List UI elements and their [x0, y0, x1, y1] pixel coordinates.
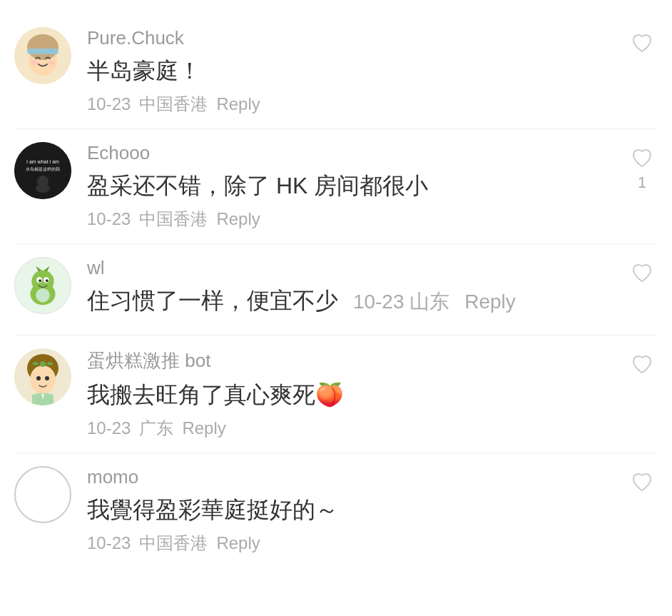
comment-item: I am what I am 水岛都是这样的我 Echooo 盈采还不错，除了 … — [0, 129, 672, 243]
svg-point-16 — [39, 279, 41, 282]
reply-button[interactable]: Reply — [182, 418, 225, 438]
comment-date: 10-23 — [87, 418, 131, 438]
comment-date: 10-23 — [87, 209, 131, 229]
svg-point-20 — [36, 288, 50, 302]
comment-location: 中国香港 — [139, 93, 208, 116]
avatar — [14, 27, 71, 84]
svg-point-2 — [27, 34, 58, 60]
comment-username: Pure.Chuck — [87, 27, 655, 49]
like-button[interactable] — [629, 260, 655, 286]
comment-content: wl 住习惯了一样，便宜不少 10-23 山东 Reply — [87, 257, 655, 323]
heart-icon — [629, 469, 655, 495]
comment-text: 我覺得盈彩華庭挺好的～ — [87, 494, 655, 526]
comment-date: 10-23 — [87, 94, 131, 114]
svg-text:水岛都是这样的我: 水岛都是这样的我 — [26, 166, 60, 171]
like-button[interactable]: 1 — [629, 145, 655, 192]
avatar — [14, 466, 71, 523]
like-button[interactable] — [629, 30, 655, 56]
comment-username: Echooo — [87, 142, 655, 164]
comment-meta: 10-23 中国香港 Reply — [87, 93, 655, 116]
svg-point-10 — [36, 184, 50, 193]
comment-text: 我搬去旺角了真心爽死🍑 — [87, 379, 655, 411]
comment-item: wl 住习惯了一样，便宜不少 10-23 山东 Reply — [0, 244, 672, 335]
comment-location: 中国香港 — [139, 532, 208, 555]
comment-location: 广东 — [139, 417, 173, 440]
svg-point-4 — [31, 61, 38, 65]
svg-rect-3 — [27, 49, 58, 54]
comment-text: 盈采还不错，除了 HK 房间都很小 — [87, 170, 655, 202]
like-button[interactable] — [629, 469, 655, 495]
avatar: I am what I am 水岛都是这样的我 — [14, 142, 71, 199]
like-button[interactable] — [629, 351, 655, 377]
svg-point-23 — [30, 365, 56, 394]
comment-username: wl — [87, 257, 655, 279]
comment-content: 蛋烘糕激推 bot 我搬去旺角了真心爽死🍑 10-23 广东 Reply — [87, 348, 655, 440]
svg-point-26 — [45, 376, 49, 380]
comment-item: Pure.Chuck 半岛豪庭！ 10-23 中国香港 Reply — [0, 14, 672, 128]
comment-content: Echooo 盈采还不错，除了 HK 房间都很小 10-23 中国香港 Repl… — [87, 142, 655, 231]
svg-point-5 — [48, 61, 55, 65]
comment-location: 中国香港 — [139, 208, 208, 231]
comment-text: 半岛豪庭！ — [87, 55, 655, 87]
reply-button-inline[interactable]: Reply — [464, 291, 516, 313]
comments-list: Pure.Chuck 半岛豪庭！ 10-23 中国香港 Reply I am w… — [0, 0, 672, 582]
like-count: 1 — [638, 173, 646, 192]
comment-meta: 10-23 中国香港 Reply — [87, 208, 655, 231]
heart-icon — [629, 260, 655, 286]
reply-button[interactable]: Reply — [216, 94, 260, 114]
svg-point-25 — [36, 376, 41, 380]
comment-content: Pure.Chuck 半岛豪庭！ 10-23 中国香港 Reply — [87, 27, 655, 116]
comment-inline-meta: 10-23 山东 — [353, 291, 449, 313]
comment-date: 10-23 — [87, 533, 131, 553]
comment-text: 住习惯了一样，便宜不少 10-23 山东 Reply — [87, 285, 655, 317]
comment-username: momo — [87, 466, 655, 488]
svg-text:I am what I am: I am what I am — [26, 159, 59, 164]
reply-button[interactable]: Reply — [216, 533, 260, 553]
heart-icon — [629, 145, 655, 171]
svg-point-24 — [40, 361, 46, 367]
comment-item: 蛋烘糕激推 bot 我搬去旺角了真心爽死🍑 10-23 广东 Reply — [0, 335, 672, 453]
avatar — [14, 257, 71, 314]
heart-icon — [629, 30, 655, 56]
comment-meta: 10-23 中国香港 Reply — [87, 532, 655, 555]
avatar — [14, 348, 71, 405]
svg-point-17 — [46, 279, 49, 282]
reply-button[interactable]: Reply — [216, 209, 260, 229]
comment-meta: 10-23 广东 Reply — [87, 417, 655, 440]
comment-username: 蛋烘糕激推 bot — [87, 348, 655, 373]
comment-item: momo 我覺得盈彩華庭挺好的～ 10-23 中国香港 Reply — [0, 453, 672, 567]
heart-icon — [629, 351, 655, 377]
comment-content: momo 我覺得盈彩華庭挺好的～ 10-23 中国香港 Reply — [87, 466, 655, 555]
